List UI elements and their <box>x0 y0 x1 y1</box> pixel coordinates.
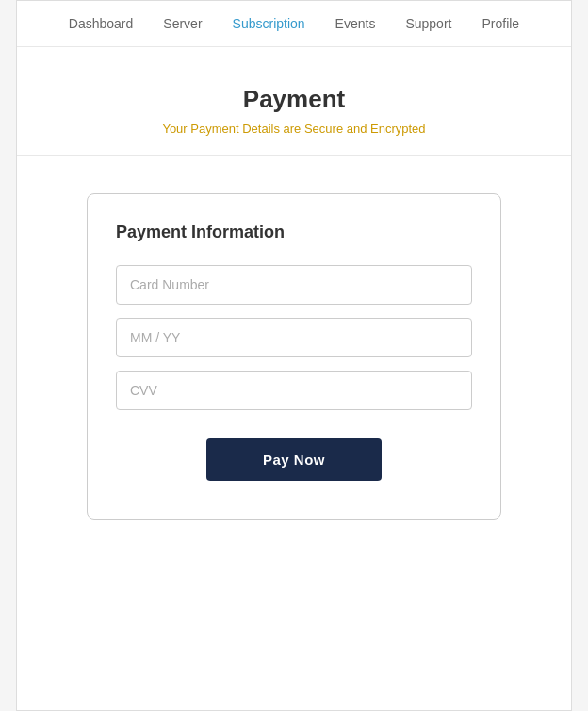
page-subtitle: Your Payment Details are Secure and Encr… <box>36 122 552 136</box>
nav-item-events[interactable]: Events <box>335 16 376 31</box>
main-content: Payment Information Pay Now <box>17 156 571 710</box>
nav-item-server[interactable]: Server <box>163 16 202 31</box>
nav-item-support[interactable]: Support <box>405 16 451 31</box>
card-number-group <box>116 265 472 305</box>
payment-card: Payment Information Pay Now <box>87 193 501 520</box>
page-header: Payment Your Payment Details are Secure … <box>17 47 571 156</box>
pay-now-button[interactable]: Pay Now <box>206 438 382 481</box>
pay-button-wrapper: Pay Now <box>116 438 472 481</box>
cvv-input[interactable] <box>116 371 472 410</box>
card-number-input[interactable] <box>116 265 472 305</box>
payment-section-title: Payment Information <box>116 223 472 242</box>
cvv-group <box>116 371 472 410</box>
page-title: Payment <box>36 85 552 114</box>
nav-item-dashboard[interactable]: Dashboard <box>69 16 134 31</box>
navigation: Dashboard Server Subscription Events Sup… <box>17 1 571 47</box>
expiry-group <box>116 318 472 357</box>
expiry-input[interactable] <box>116 318 472 357</box>
nav-item-subscription[interactable]: Subscription <box>233 16 305 31</box>
nav-item-profile[interactable]: Profile <box>482 16 519 31</box>
